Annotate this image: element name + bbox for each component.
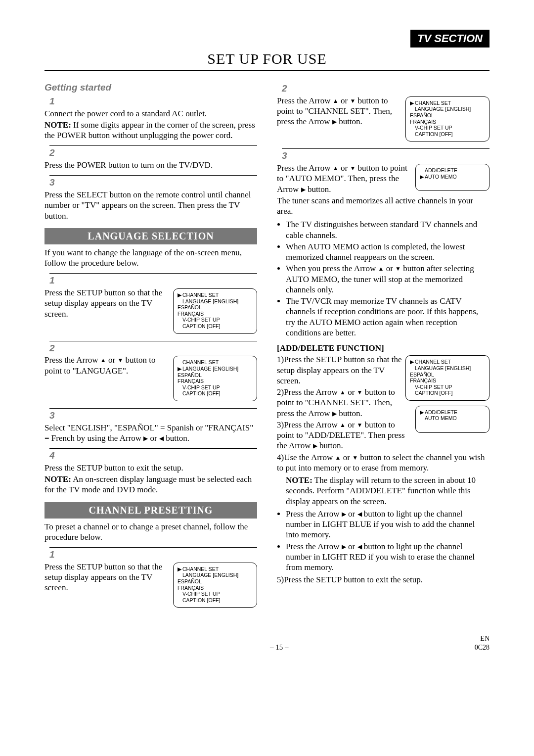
arrow-up-icon [340,422,346,428]
arrow-up-icon [333,165,339,172]
bullet-item: The TV distinguishes between standard TV… [286,219,490,240]
getting-started-heading: Getting started [44,82,257,94]
arrow-down-icon [117,357,123,364]
arrow-left-icon [357,543,362,550]
bullet-item: Press the Arrow or button to light up th… [286,541,490,573]
arrow-left-icon [159,435,164,442]
body-text: 4)Use the Arrow or button to select the … [277,452,490,473]
step-number: 3 [49,408,257,422]
arrow-down-icon [357,422,363,428]
arrow-right-icon [301,186,306,193]
osd-setup-menu: ▶CHANNEL SET LANGUAGE [ENGLISH] ESPAÑOL … [405,96,490,142]
bullet-item: Press the Arrow or button to light up th… [286,509,490,540]
arrow-down-icon [350,97,356,104]
page-title: SET UP FOR USE [44,49,490,71]
bullet-item: When AUTO MEMO action is completed, the … [286,241,490,263]
step-number: 3 [49,175,257,189]
section-bar-channel: CHANNEL PRESETTING [44,502,257,519]
osd-auto-memo-menu: ADD/DELETE ▶AUTO MEMO [415,164,490,191]
step-number: 2 [282,83,490,94]
bullet-list: The TV distinguishes between standard TV… [277,219,490,338]
arrow-left-icon [357,511,362,518]
step-number: 1 [49,547,257,561]
content-columns: Getting started 1 Connect the power cord… [44,82,490,610]
arrow-down-icon [357,389,363,396]
arrow-right-icon [313,442,317,449]
footer-code: 0C28 [475,643,490,652]
arrow-right-icon [332,118,337,125]
arrow-up-icon [100,357,106,364]
step-number: 4 [49,448,257,462]
arrow-up-icon [333,97,339,104]
body-text: NOTE: An on-screen display language must… [44,474,257,495]
body-text: 5)Press the SETUP button to exit the set… [277,574,490,585]
arrow-up-icon [378,265,384,272]
tv-section-bar: TV SECTION [44,30,490,47]
tv-section-label: TV SECTION [410,30,490,47]
left-column: Getting started 1 Connect the power cord… [44,82,257,610]
body-text: Press the SELECT button on the remote co… [44,189,257,221]
body-text: Press the SETUP button to exit the setup… [44,463,257,473]
osd-setup-menu: ▶CHANNEL SET LANGUAGE [ENGLISH] ESPAÑOL … [173,563,257,608]
step-number: 1 [49,273,257,286]
body-text: To preset a channel or to change a prese… [44,521,257,543]
arrow-right-icon [342,543,346,550]
page-footer: – 15 – EN 0C28 [44,634,490,652]
step-number: 2 [49,341,257,354]
bullet-item: When you press the Arrow or button after… [286,263,490,295]
step-number: 1 [49,95,257,107]
body-text: The tuner scans and memorizes all active… [277,195,490,217]
body-text: If you want to change the language of th… [44,247,257,269]
bullet-item: The TV/VCR may memorize TV channels as C… [286,296,490,338]
step-number: 3 [282,148,490,162]
page-number: – 15 – [84,643,475,652]
footer-lang: EN [475,634,490,643]
body-text: Connect the power cord to a standard AC … [44,108,257,119]
arrow-right-icon [332,410,337,417]
osd-add-delete-menu: ▶ADD/DELETE AUTO MEMO [415,406,490,433]
arrow-up-icon [340,389,346,396]
body-text: Press the POWER button to turn on the TV… [44,160,257,170]
body-text: Select "ENGLISH", "ESPAÑOL" = Spanish or… [44,423,257,444]
osd-setup-menu: ▶CHANNEL SET LANGUAGE [ENGLISH] ESPAÑOL … [405,355,490,401]
arrow-down-icon [395,265,401,272]
osd-setup-menu: ▶CHANNEL SET LANGUAGE [ENGLISH] ESPAÑOL … [173,288,257,334]
section-bar-language: LANGUAGE SELECTION [44,228,257,244]
add-delete-heading: [ADD/DELETE FUNCTION] [277,343,490,353]
arrow-down-icon [350,165,356,172]
right-column: 2 ▶CHANNEL SET LANGUAGE [ENGLISH] ESPAÑO… [277,82,490,610]
bullet-list: Press the Arrow or button to light up th… [277,509,490,573]
arrow-right-icon [342,511,346,518]
arrow-up-icon [335,454,341,461]
arrow-down-icon [352,454,358,461]
arrow-right-icon [143,435,148,442]
body-text: NOTE: The display will return to the scr… [286,475,490,507]
osd-setup-menu: CHANNEL SET ▶LANGUAGE [ENGLISH] ESPAÑOL … [173,356,257,401]
step-number: 2 [49,145,257,159]
body-text: NOTE: If some digits appear in the corne… [44,120,257,141]
